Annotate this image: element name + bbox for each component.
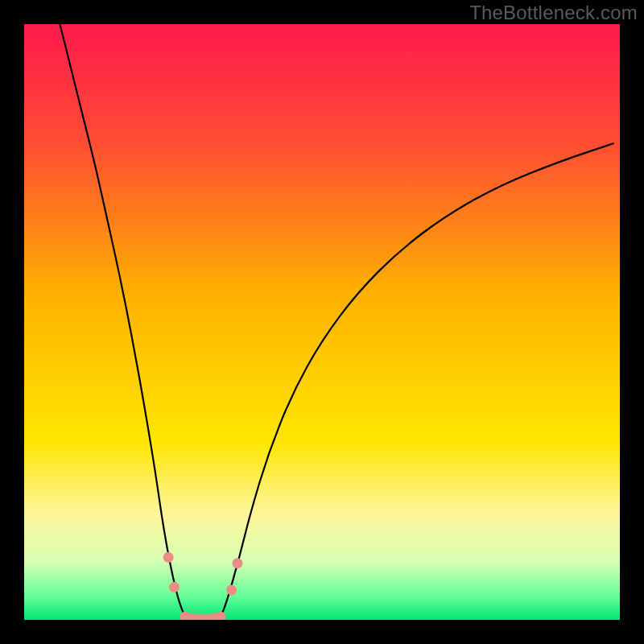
chart-svg (24, 24, 620, 620)
marker-left-dot-lower (169, 582, 180, 592)
plot-area (24, 24, 620, 620)
marker-right-dot-lower (226, 585, 237, 596)
gradient-background (24, 24, 620, 620)
chart-outer: TheBottleneck.com (0, 0, 644, 644)
marker-right-dot-upper (232, 558, 242, 568)
watermark-text: TheBottleneck.com (469, 2, 638, 24)
series-bottom-band (185, 617, 221, 619)
marker-left-dot-upper (163, 552, 174, 563)
